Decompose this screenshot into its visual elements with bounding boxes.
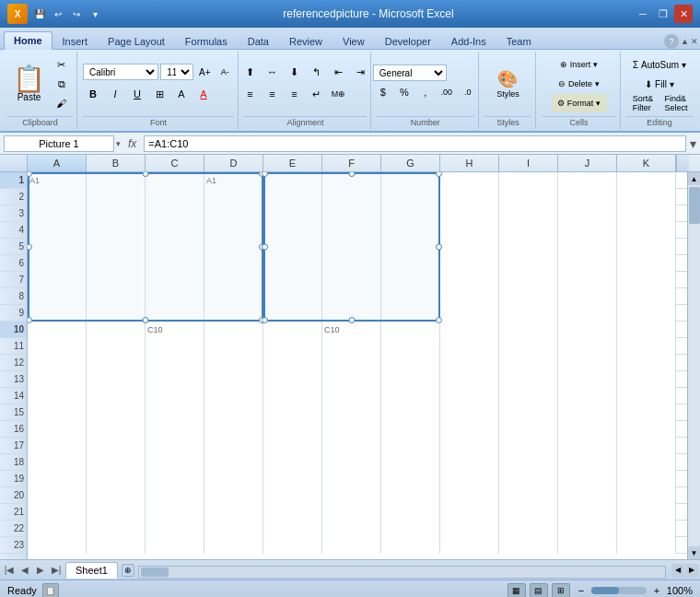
cell-f4[interactable] bbox=[322, 222, 381, 239]
tab-home[interactable]: Home bbox=[4, 31, 52, 50]
cell-b2[interactable] bbox=[87, 189, 146, 205]
cell-h3[interactable] bbox=[440, 205, 499, 222]
text-direction-btn[interactable]: ↰ bbox=[306, 63, 326, 81]
cut-button[interactable]: ✂ bbox=[52, 55, 72, 74]
cell-f5[interactable] bbox=[322, 239, 381, 255]
cell-g4[interactable] bbox=[381, 222, 440, 239]
align-right-btn[interactable]: ≡ bbox=[284, 85, 304, 103]
row-21[interactable]: 21 bbox=[0, 504, 27, 521]
cell-g10[interactable] bbox=[381, 322, 440, 338]
cell-i5[interactable] bbox=[499, 239, 558, 255]
col-header-c[interactable]: C bbox=[146, 155, 204, 171]
row-7[interactable]: 7 bbox=[0, 272, 27, 288]
fill-color-btn[interactable]: A bbox=[171, 85, 192, 103]
tab-data[interactable]: Data bbox=[238, 32, 279, 50]
cell-a10[interactable] bbox=[28, 322, 87, 338]
format-dropdown-btn[interactable]: ⚙ Format ▾ bbox=[552, 94, 607, 112]
wrap-text-btn[interactable]: ↵ bbox=[306, 85, 326, 103]
zoom-slider[interactable] bbox=[591, 587, 647, 594]
cell-j9[interactable] bbox=[558, 305, 617, 322]
cell-i3[interactable] bbox=[499, 205, 558, 222]
align-left-btn[interactable]: ≡ bbox=[239, 85, 260, 103]
cell-d9[interactable] bbox=[204, 305, 263, 322]
cell-j6[interactable] bbox=[558, 255, 617, 272]
cell-j4[interactable] bbox=[558, 222, 617, 239]
cell-a1[interactable]: A1 bbox=[28, 172, 87, 189]
help-btn[interactable]: ? bbox=[664, 34, 679, 49]
cell-c2[interactable] bbox=[146, 189, 204, 205]
redo-quick-btn[interactable]: ↪ bbox=[68, 6, 85, 22]
ribbon-minimize-btn[interactable]: ▲ bbox=[681, 37, 689, 46]
cell-b1[interactable] bbox=[87, 172, 146, 189]
row-5[interactable]: 5 bbox=[0, 239, 27, 255]
page-break-view-btn[interactable]: ⊞ bbox=[552, 583, 570, 598]
cell-k3[interactable] bbox=[617, 205, 676, 222]
cell-d5[interactable] bbox=[204, 239, 263, 255]
row-4[interactable]: 4 bbox=[0, 222, 27, 239]
row-8[interactable]: 8 bbox=[0, 288, 27, 305]
cell-d4[interactable] bbox=[204, 222, 263, 239]
cell-b6[interactable] bbox=[87, 255, 146, 272]
paste-button[interactable]: 📋 Paste bbox=[9, 58, 50, 110]
col-header-h[interactable]: H bbox=[440, 155, 499, 171]
cell-b8[interactable] bbox=[87, 288, 146, 305]
name-box[interactable]: Picture 1 bbox=[4, 135, 114, 152]
cell-a9[interactable] bbox=[28, 305, 87, 322]
insert-sheet-btn[interactable]: ⊕ bbox=[122, 564, 134, 577]
col-header-d[interactable]: D bbox=[204, 155, 263, 171]
cell-e5[interactable] bbox=[263, 239, 322, 255]
scroll-up-btn[interactable]: ▲ bbox=[688, 172, 701, 185]
cell-i10[interactable] bbox=[499, 322, 558, 338]
cell-c4[interactable] bbox=[146, 222, 204, 239]
scroll-down-btn[interactable]: ▼ bbox=[688, 546, 701, 559]
cell-g9[interactable] bbox=[381, 305, 440, 322]
cell-i8[interactable] bbox=[499, 288, 558, 305]
sheet-tab-sheet1[interactable]: Sheet1 bbox=[65, 562, 118, 579]
format-painter-button[interactable]: 🖌 bbox=[52, 94, 72, 112]
fx-button[interactable]: fx bbox=[124, 137, 140, 150]
name-box-dropdown[interactable]: ▾ bbox=[116, 139, 121, 148]
cell-i1[interactable] bbox=[499, 172, 558, 189]
cell-g7[interactable] bbox=[381, 272, 440, 288]
col-header-e[interactable]: E bbox=[263, 155, 322, 171]
save-quick-btn[interactable]: 💾 bbox=[31, 6, 48, 22]
cell-j10[interactable] bbox=[558, 322, 617, 338]
undo-quick-btn[interactable]: ↩ bbox=[50, 6, 66, 22]
insert-dropdown-btn[interactable]: ⊕ Insert ▾ bbox=[552, 55, 607, 74]
cell-k1[interactable] bbox=[617, 172, 676, 189]
scroll-thumb[interactable] bbox=[689, 187, 700, 224]
vertical-scrollbar[interactable]: ▲ ▼ bbox=[687, 172, 700, 559]
sheet-nav-prev[interactable]: ◀ bbox=[18, 563, 32, 578]
cell-b10[interactable] bbox=[87, 322, 146, 338]
font-color-btn[interactable]: A bbox=[193, 85, 214, 103]
cell-f10[interactable]: C10 bbox=[322, 322, 381, 338]
decrease-font-btn[interactable]: A- bbox=[216, 63, 234, 81]
h-scroll-right-btn[interactable]: ▶ bbox=[685, 564, 698, 577]
ribbon-restore-btn[interactable]: ✕ bbox=[691, 37, 698, 46]
bold-btn[interactable]: B bbox=[83, 85, 103, 103]
cell-g3[interactable] bbox=[381, 205, 440, 222]
cell-a8[interactable] bbox=[28, 288, 87, 305]
cell-g2[interactable] bbox=[381, 189, 440, 205]
cell-j1[interactable] bbox=[558, 172, 617, 189]
cell-a4[interactable] bbox=[28, 222, 87, 239]
cell-d6[interactable] bbox=[204, 255, 263, 272]
formula-expand-btn[interactable]: ▾ bbox=[690, 136, 696, 151]
row-1[interactable]: 1 bbox=[0, 172, 27, 189]
cell-e6[interactable] bbox=[263, 255, 322, 272]
row-6[interactable]: 6 bbox=[0, 255, 27, 272]
row-11[interactable]: 11 bbox=[0, 338, 27, 355]
cell-e4[interactable] bbox=[263, 222, 322, 239]
row-22[interactable]: 22 bbox=[0, 521, 27, 537]
font-size-select[interactable]: 11 bbox=[160, 64, 193, 80]
italic-btn[interactable]: I bbox=[105, 85, 125, 103]
cell-f9[interactable] bbox=[322, 305, 381, 322]
fill-btn[interactable]: ⬇ Fill ▾ bbox=[627, 75, 692, 93]
cell-g6[interactable] bbox=[381, 255, 440, 272]
cell-a3[interactable] bbox=[28, 205, 87, 222]
delete-dropdown-btn[interactable]: ⊖ Delete ▾ bbox=[552, 75, 607, 93]
cell-g5[interactable] bbox=[381, 239, 440, 255]
cell-k4[interactable] bbox=[617, 222, 676, 239]
cell-d8[interactable] bbox=[204, 288, 263, 305]
col-header-k[interactable]: K bbox=[617, 155, 676, 171]
